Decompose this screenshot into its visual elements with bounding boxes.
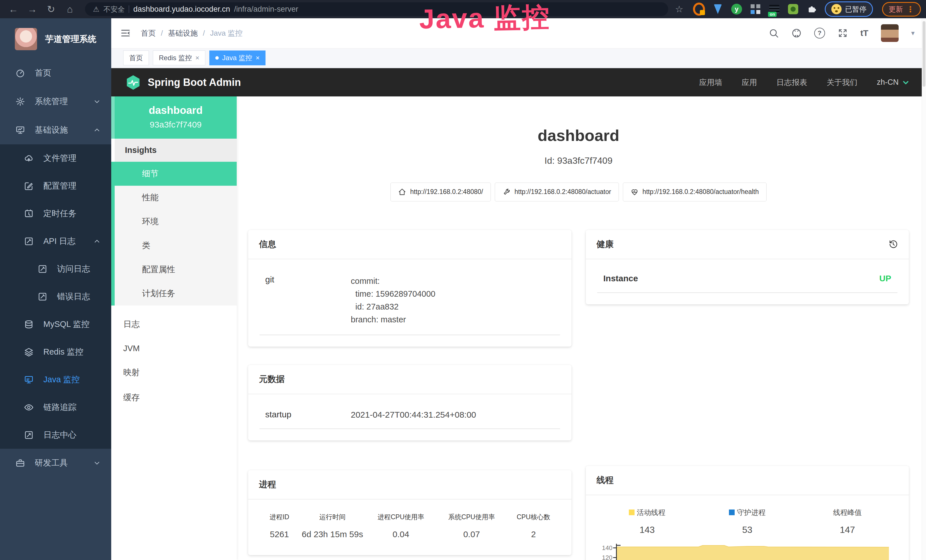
actuator-url-button[interactable]: http://192.168.0.2:48080/actuator (495, 183, 619, 201)
sba-section-insights[interactable]: Insights (111, 139, 237, 162)
extension-icon[interactable]: y (731, 3, 743, 15)
breadcrumb-current: Java 监控 (210, 28, 242, 38)
page-scrollbar[interactable] (922, 18, 926, 560)
sidebar-item-devtools[interactable]: 研发工具 (0, 449, 111, 477)
breadcrumb-item[interactable]: 首页 (141, 28, 156, 38)
scrollbar-thumb[interactable] (923, 21, 925, 87)
browser-menu-icon[interactable]: ⋮ (906, 5, 914, 14)
table-row: git commit: time: 1596289704000 id: 27aa… (260, 269, 560, 335)
home-icon[interactable]: ⌂ (62, 4, 78, 15)
extension-icon[interactable] (693, 3, 705, 15)
sidebar-item-java-monitor[interactable]: Java 监控 (0, 366, 111, 394)
sba-item-jvm[interactable]: JVM (111, 337, 237, 360)
sba-item-config-props[interactable]: 配置属性 (115, 257, 237, 282)
sba-item-mappings[interactable]: 映射 (111, 360, 237, 385)
extension-icon[interactable] (787, 3, 799, 15)
extension-icon[interactable] (749, 3, 761, 15)
health-url-button[interactable]: http://192.168.0.2:48080/actuator/health (623, 183, 767, 201)
fullscreen-icon[interactable] (838, 28, 848, 38)
browser-actions: ☆ y on 已暂停 更新 ⋮ (675, 2, 921, 17)
sidebar-item-trace[interactable]: 链路追踪 (0, 394, 111, 421)
breadcrumb-separator: / (203, 29, 205, 38)
address-bar[interactable]: ⚠ 不安全 dashboard.yudao.iocoder.cn/infra/a… (85, 2, 668, 16)
tab-java-monitor[interactable]: Java 监控 × (209, 50, 265, 65)
sidebar-item-infrastructure[interactable]: 基础设施 (0, 116, 111, 144)
sba-item-details[interactable]: 细节 (115, 162, 237, 186)
back-icon[interactable]: ← (5, 4, 22, 15)
sba-navbar: Spring Boot Admin 应用墙 应用 日志报表 关于我们 zh-CN (111, 68, 926, 97)
sidebar-item-api-log[interactable]: API 日志 (0, 227, 111, 255)
sidebar-item-scheduled-jobs[interactable]: 定时任务 (0, 200, 111, 227)
axis-tick (613, 557, 616, 558)
sidebar-item-redis-monitor[interactable]: Redis 监控 (0, 338, 111, 366)
bookmark-star-icon[interactable]: ☆ (675, 4, 683, 15)
sba-item-caches[interactable]: 缓存 (111, 385, 237, 410)
profile-paused-badge[interactable]: 已暂停 (825, 2, 873, 17)
sidebar-item-file-manage[interactable]: 文件管理 (0, 144, 111, 172)
tab-home[interactable]: 首页 (123, 50, 149, 65)
column-header: 系统CPU使用率 (436, 513, 507, 522)
close-icon[interactable]: × (256, 54, 260, 62)
sba-main: dashboard Id: 93a3fc7f7409 http://192.16… (237, 97, 926, 560)
puzzle-extensions-icon[interactable] (806, 3, 818, 15)
close-icon[interactable]: × (195, 54, 199, 62)
sba-language-select[interactable]: zh-CN (877, 78, 910, 87)
extension-icon[interactable] (712, 3, 724, 15)
sidebar-item-access-log[interactable]: 访问日志 (0, 255, 111, 283)
sidebar-item-system[interactable]: 系统管理 (0, 87, 111, 116)
eye-icon (24, 403, 34, 412)
table-row[interactable]: Instance UP (597, 269, 898, 293)
reload-icon[interactable]: ↻ (43, 3, 59, 15)
sidebar-item-label: 链路追踪 (43, 402, 76, 413)
sidebar-toggle-icon[interactable] (120, 27, 131, 39)
git-time-line: time: 1596289704000 (351, 289, 436, 298)
sidebar-item-config-manage[interactable]: 配置管理 (0, 172, 111, 200)
app-logo[interactable]: 芋道管理系统 (0, 18, 111, 59)
breadcrumb-separator: / (161, 29, 163, 38)
card-title: 线程 (597, 474, 614, 486)
extension-glyph: on (769, 5, 779, 14)
legend-entry: 线程峰值 147 (797, 508, 897, 535)
column-header: CPU核心数 (507, 513, 560, 522)
sidebar-item-log-center[interactable]: 日志中心 (0, 421, 111, 449)
threads-card-header: 线程 (586, 466, 909, 495)
user-avatar[interactable] (881, 24, 899, 42)
threads-card-body: 活动线程 143 守护进程 53 线程峰值 14 (586, 495, 909, 560)
sba-item-classes[interactable]: 类 (115, 234, 237, 257)
sba-nav-about[interactable]: 关于我们 (826, 77, 857, 88)
sidebar-item-mysql-monitor[interactable]: MySQL 监控 (0, 310, 111, 338)
github-icon[interactable] (791, 28, 802, 38)
user-menu-caret-icon[interactable]: ▾ (911, 29, 915, 37)
sba-title: Spring Boot Admin (148, 76, 241, 88)
health-card: 健康 Instance UP (586, 230, 909, 304)
sba-item-logs[interactable]: 日志 (111, 312, 237, 337)
service-url-button[interactable]: http://192.168.0.2:48080/ (390, 183, 491, 201)
sba-instance-header[interactable]: dashboard 93a3fc7f7409 (111, 97, 237, 139)
sba-item-scheduled-tasks[interactable]: 计划任务 (115, 282, 237, 306)
heartbeat-icon (631, 188, 639, 196)
tab-redis-monitor[interactable]: Redis 监控 × (153, 50, 205, 65)
sba-nav-journal[interactable]: 日志报表 (776, 77, 807, 88)
monitor-icon (15, 125, 25, 135)
sba-item-metrics[interactable]: 性能 (115, 186, 237, 210)
breadcrumb-item[interactable]: 基础设施 (168, 28, 198, 38)
extension-glyph (788, 4, 798, 14)
extension-icon[interactable]: on (768, 3, 780, 15)
info-row-label: git (265, 275, 351, 326)
sba-nav-wall[interactable]: 应用墙 (699, 77, 722, 88)
process-card: 进程 进程ID 运行时间 进程CPU使用率 系统CPU使用率 CPU核心数 52… (248, 470, 572, 555)
search-icon[interactable] (769, 28, 779, 38)
health-card-body: Instance UP (586, 259, 909, 304)
help-icon[interactable]: ? (814, 28, 825, 38)
sidebar-item-error-log[interactable]: 错误日志 (0, 283, 111, 310)
forward-icon[interactable]: → (24, 4, 41, 15)
history-icon[interactable] (888, 239, 898, 249)
tab-label: 首页 (129, 53, 143, 62)
sba-item-environment[interactable]: 环境 (115, 210, 237, 234)
sba-brand[interactable]: Spring Boot Admin (125, 74, 241, 91)
sidebar-item-home[interactable]: 首页 (0, 59, 111, 87)
browser-update-button[interactable]: 更新 ⋮ (882, 2, 921, 17)
text-size-icon[interactable]: tT (860, 28, 869, 38)
sba-nav-applications[interactable]: 应用 (741, 77, 757, 88)
git-commit-line: commit: (351, 277, 380, 286)
